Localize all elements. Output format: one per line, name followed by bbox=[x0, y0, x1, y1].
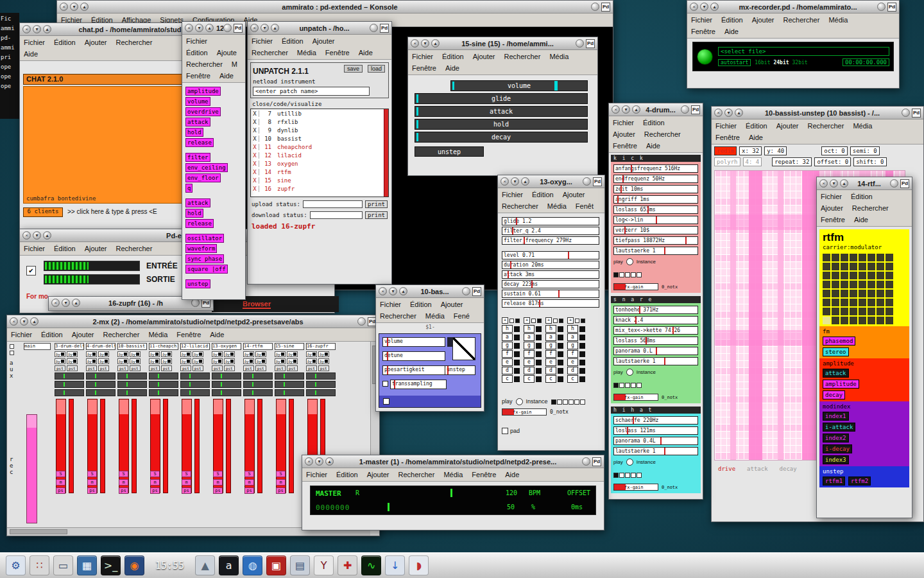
rtfm-grid-cell[interactable] bbox=[850, 308, 857, 315]
fx-gain-slider[interactable]: fx-gain bbox=[613, 283, 658, 290]
octave-up-button[interactable]: + bbox=[524, 317, 530, 324]
minimize-icon[interactable]: ▴ bbox=[43, 25, 51, 33]
desktop-icon[interactable]: ▦ bbox=[77, 556, 97, 575]
envelope-box[interactable] bbox=[452, 337, 475, 360]
shade-icon[interactable]: ▾ bbox=[622, 105, 630, 114]
preset-cell[interactable]: pst bbox=[255, 365, 266, 371]
channel-send-slider[interactable] bbox=[275, 381, 304, 388]
note-toggle[interactable] bbox=[514, 376, 520, 382]
param-box[interactable]: env_floor bbox=[185, 173, 221, 182]
note-toggle[interactable] bbox=[514, 351, 520, 357]
param-box[interactable]: release bbox=[185, 138, 214, 147]
rtfm-grid-cell[interactable] bbox=[832, 263, 839, 270]
bypass-cell[interactable]: by bbox=[193, 358, 203, 364]
channel-send-slider[interactable] bbox=[243, 389, 273, 396]
close-toggle[interactable]: X bbox=[251, 144, 259, 150]
titlebar[interactable]: ×▾▴10-bassist-unstep (10 bassist) - /...… bbox=[712, 107, 923, 119]
bpm-value[interactable]: 120 bbox=[506, 489, 517, 496]
octave-up-button[interactable]: + bbox=[567, 317, 574, 324]
minimize-icon[interactable]: ▴ bbox=[840, 179, 848, 188]
param-box[interactable]: square |off bbox=[185, 265, 228, 274]
titlebar[interactable]: ×▾▴4-drum...Pd bbox=[609, 103, 703, 116]
bypass-cell[interactable]: by bbox=[255, 358, 266, 364]
param-box[interactable]: index1 bbox=[823, 412, 849, 421]
note-toggle[interactable] bbox=[579, 335, 585, 340]
oxygen[interactable]: X 13 oxygen bbox=[251, 159, 388, 168]
offset-value[interactable]: 0ms bbox=[571, 504, 583, 511]
param-slider[interactable]: lautstaerke 1 bbox=[613, 357, 698, 365]
menu-item[interactable]: Édition bbox=[643, 119, 665, 127]
channel-send-slider[interactable] bbox=[275, 389, 304, 396]
rtfm-grid-cell[interactable] bbox=[877, 272, 884, 279]
mute-tag[interactable]: m bbox=[213, 479, 223, 486]
rtfm-grid-cell[interactable] bbox=[859, 272, 866, 279]
menu-item[interactable]: Rechercher bbox=[103, 331, 140, 338]
lilacid[interactable]: X 12 lilacid bbox=[251, 151, 388, 159]
param-slider[interactable]: anfangsfrequenz 516Hz bbox=[613, 164, 698, 173]
close-icon[interactable]: × bbox=[51, 299, 60, 307]
poesartigkeit-slider[interactable]: poesartigkeit bbox=[382, 365, 445, 375]
rtfm-grid-cell[interactable] bbox=[859, 317, 866, 324]
rtfm-grid-cell[interactable] bbox=[841, 254, 848, 261]
pd-app-icon[interactable]: Pd bbox=[593, 177, 602, 186]
preset-cell[interactable]: pst bbox=[149, 365, 160, 371]
param-slider[interactable]: endfrequenz 50Hz bbox=[613, 175, 698, 183]
toggle-box[interactable] bbox=[559, 319, 563, 323]
note-toggle[interactable] bbox=[514, 335, 520, 340]
close-toggle[interactable]: X bbox=[251, 186, 259, 192]
minimize-icon[interactable]: ▴ bbox=[431, 39, 440, 48]
load-button[interactable]: load bbox=[368, 65, 385, 73]
menu-item[interactable]: Aide bbox=[854, 216, 868, 223]
note-button[interactable]: e bbox=[545, 358, 556, 366]
rtfm-grid-cell[interactable] bbox=[823, 299, 830, 306]
pd-app-icon[interactable]: Pd bbox=[601, 3, 610, 12]
param-box[interactable]: amplitude bbox=[823, 380, 859, 389]
titlebar[interactable]: ×▾▴ammirato : pd-extended – KonsolePd bbox=[57, 1, 613, 13]
footer-label[interactable]: attack bbox=[747, 466, 768, 472]
channel-name[interactable]: 12-lilacid bbox=[180, 343, 210, 350]
param-slider[interactable]: log<->lin bbox=[613, 216, 698, 224]
param-slider[interactable]: zeit 10ms bbox=[613, 185, 698, 193]
channel-send-slider[interactable] bbox=[212, 372, 241, 380]
note-toggle[interactable] bbox=[579, 326, 585, 332]
bypass-cell[interactable]: by bbox=[117, 351, 128, 357]
menu-item[interactable]: Ajouter bbox=[776, 122, 799, 130]
bit-depth-option[interactable]: 32bit bbox=[792, 60, 808, 66]
channel-send-slider[interactable] bbox=[243, 372, 273, 380]
rail-toggle[interactable] bbox=[10, 351, 14, 355]
percent-value[interactable]: 50 bbox=[507, 504, 515, 511]
mute-tag[interactable]: m bbox=[276, 479, 286, 486]
solo-tag[interactable]: S bbox=[119, 471, 128, 477]
shade-icon[interactable]: ▾ bbox=[261, 24, 269, 32]
bypass-cell[interactable]: by bbox=[318, 358, 329, 364]
note-toggle[interactable] bbox=[536, 343, 542, 349]
menu-item[interactable]: Ajouter bbox=[613, 130, 635, 138]
channel-name[interactable]: 15-sine bbox=[275, 343, 304, 350]
patch-name[interactable]: oxygen bbox=[273, 161, 298, 167]
note-toggle[interactable] bbox=[558, 376, 563, 382]
channel-send-slider[interactable] bbox=[243, 381, 273, 388]
transsampling-slider[interactable]: transsampling bbox=[390, 380, 447, 389]
preset-cell[interactable]: pst bbox=[130, 365, 141, 371]
param-slider[interactable]: lautstaerke 1 bbox=[613, 247, 698, 255]
footer-label[interactable]: drive bbox=[718, 466, 735, 472]
note-button[interactable]: g bbox=[545, 342, 556, 349]
note-button[interactable]: e bbox=[524, 358, 535, 366]
minimize-icon[interactable]: ▴ bbox=[710, 3, 719, 11]
close-icon[interactable]: × bbox=[22, 231, 31, 240]
menu-item[interactable]: Fenêtre bbox=[691, 28, 715, 35]
minimize-icon[interactable]: ▴ bbox=[30, 317, 38, 326]
param-box[interactable]: hold bbox=[185, 128, 203, 137]
rtfm-grid-cell[interactable] bbox=[868, 290, 875, 297]
scope-icon[interactable]: ∿ bbox=[361, 556, 381, 575]
menu-item[interactable]: Aide bbox=[219, 72, 234, 80]
bypass-cell[interactable]: by bbox=[306, 351, 317, 357]
maximize-icon[interactable] bbox=[583, 177, 591, 186]
close-icon[interactable]: × bbox=[379, 287, 387, 295]
param-box[interactable]: phasemod bbox=[823, 337, 855, 346]
bypass-cell[interactable]: by bbox=[306, 358, 317, 364]
preset-tag[interactable]: ps bbox=[244, 487, 254, 494]
param-box[interactable]: hold bbox=[185, 209, 203, 218]
close-icon[interactable]: × bbox=[305, 457, 313, 466]
minimize-icon[interactable]: ▴ bbox=[205, 24, 214, 32]
